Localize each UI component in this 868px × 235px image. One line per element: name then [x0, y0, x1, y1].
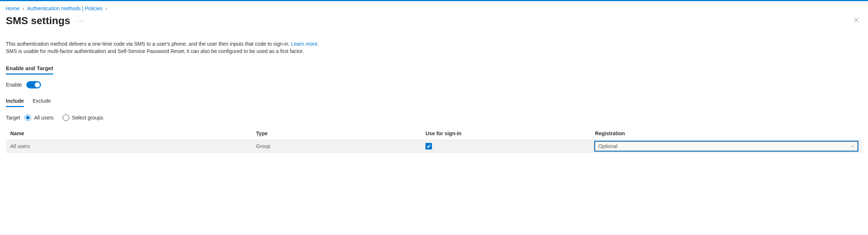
col-header-name: Name — [10, 130, 256, 136]
col-header-signin: Use for sign-in — [425, 130, 595, 136]
description-line1: This authentication method delivers a on… — [6, 41, 291, 47]
cell-type: Group — [256, 143, 425, 149]
enable-label: Enable — [6, 82, 22, 88]
radio-select-groups[interactable]: Select groups — [63, 114, 104, 121]
page-title: SMS settings — [6, 15, 70, 27]
col-header-registration: Registration — [595, 130, 858, 136]
breadcrumb-sep-icon: › — [22, 5, 24, 11]
close-button[interactable] — [850, 14, 862, 27]
radio-all-users[interactable]: All users — [25, 114, 54, 121]
description-block: This authentication method delivers a on… — [6, 41, 862, 55]
breadcrumb-home[interactable]: Home — [6, 5, 19, 11]
more-icon[interactable]: ··· — [76, 16, 86, 25]
chevron-down-icon — [851, 144, 854, 148]
target-table: Name Type Use for sign-in Registration A… — [6, 128, 862, 153]
registration-dropdown[interactable]: Optional — [595, 141, 858, 151]
radio-all-users-label: All users — [34, 115, 54, 121]
learn-more-link[interactable]: Learn more — [291, 41, 317, 47]
check-icon — [426, 144, 431, 148]
table-row: All users Group Optional — [6, 139, 862, 153]
registration-value: Optional — [598, 143, 617, 149]
col-header-type: Type — [256, 130, 425, 136]
tab-enable-and-target[interactable]: Enable and Target — [6, 65, 53, 75]
radio-icon — [25, 114, 31, 121]
cell-name: All users — [10, 143, 256, 149]
breadcrumb-sep-icon: › — [105, 5, 107, 11]
radio-icon — [63, 114, 69, 121]
tab-exclude[interactable]: Exclude — [33, 98, 51, 107]
tab-include[interactable]: Include — [6, 98, 24, 107]
breadcrumb-auth-methods[interactable]: Authentication methods | Policies — [27, 5, 103, 11]
close-icon — [853, 17, 859, 23]
description-line2: SMS is usable for multi-factor authentic… — [6, 48, 304, 54]
enable-toggle[interactable] — [26, 81, 41, 88]
radio-select-groups-label: Select groups — [72, 115, 104, 121]
breadcrumb: Home › Authentication methods | Policies… — [6, 5, 862, 11]
signin-checkbox[interactable] — [425, 143, 432, 149]
target-label: Target — [6, 115, 20, 121]
